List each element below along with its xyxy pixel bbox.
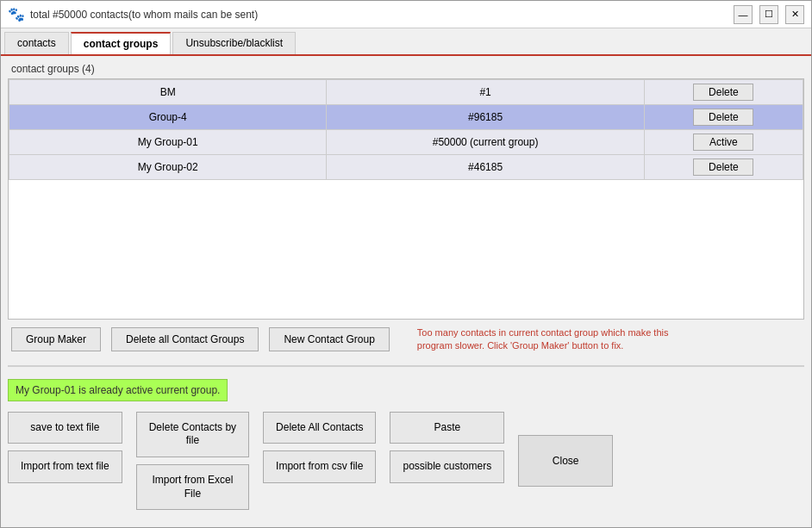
- import-from-csv-button[interactable]: Import from csv file: [263, 450, 376, 483]
- delete-all-button[interactable]: Delete all Contact Groups: [111, 327, 259, 351]
- group-id-cell: #50000 (current group): [327, 130, 644, 155]
- table-row: BM#1Delete: [9, 80, 803, 105]
- bottom-buttons: save to text file Import from text file …: [8, 408, 804, 513]
- bottom-col-2: Delete Contacts byfile Import from Excel…: [136, 412, 249, 510]
- title-bar: 🐾 total #50000 contacts(to whom mails ca…: [1, 1, 811, 28]
- groups-table-container: BM#1DeleteGroup-4#96185DeleteMy Group-01…: [8, 78, 804, 320]
- groups-label: contact groups (4): [11, 63, 804, 75]
- divider: [8, 365, 804, 367]
- minimize-button[interactable]: —: [734, 5, 753, 24]
- delete-button[interactable]: Delete: [693, 84, 753, 101]
- group-name-cell: My Group-02: [9, 155, 327, 180]
- window-title: total #50000 contacts(to whom mails can …: [30, 9, 734, 21]
- delete-contacts-by-file-button[interactable]: Delete Contacts byfile: [136, 412, 249, 457]
- groups-table: BM#1DeleteGroup-4#96185DeleteMy Group-01…: [9, 79, 803, 180]
- tab-unsubscribe[interactable]: Unsubscribe/blacklist: [172, 32, 296, 54]
- bottom-col-4: Paste possible customers: [390, 412, 504, 483]
- paste-button[interactable]: Paste: [390, 412, 504, 444]
- group-name-cell: Group-4: [9, 105, 327, 130]
- bottom-col-1: save to text file Import from text file: [8, 412, 122, 483]
- new-contact-group-button[interactable]: New Contact Group: [269, 327, 389, 351]
- status-wrapper: My Group-01 is already active current gr…: [8, 372, 804, 408]
- close-button[interactable]: Close: [518, 435, 613, 487]
- delete-all-contacts-button[interactable]: Delete All Contacts: [263, 412, 376, 444]
- group-maker-button[interactable]: Group Maker: [11, 327, 101, 351]
- tab-bar: contacts contact groups Unsubscribe/blac…: [1, 28, 811, 56]
- tab-contact-groups[interactable]: contact groups: [71, 32, 172, 54]
- maximize-button[interactable]: ☐: [759, 5, 778, 24]
- table-row: My Group-02#46185Delete: [9, 155, 803, 180]
- table-row: My Group-01#50000 (current group)Active: [9, 130, 803, 155]
- possible-customers-button[interactable]: possible customers: [390, 450, 504, 483]
- group-id-cell: #96185: [327, 105, 644, 130]
- status-message: My Group-01 is already active current gr…: [8, 379, 228, 401]
- import-from-text-button[interactable]: Import from text file: [8, 450, 122, 483]
- window-controls: — ☐ ✕: [734, 5, 804, 24]
- tab-contacts[interactable]: contacts: [4, 32, 69, 54]
- main-content: contact groups (4) BM#1DeleteGroup-4#961…: [1, 56, 811, 527]
- save-to-text-button[interactable]: save to text file: [8, 412, 122, 444]
- import-from-excel-button[interactable]: Import from ExcelFile: [136, 464, 249, 510]
- group-name-cell: BM: [9, 80, 327, 105]
- group-name-cell: My Group-01: [9, 130, 327, 155]
- delete-button[interactable]: Delete: [693, 109, 753, 126]
- main-window: 🐾 total #50000 contacts(to whom mails ca…: [0, 0, 812, 528]
- close-window-button[interactable]: ✕: [785, 5, 804, 24]
- table-row: Group-4#96185Delete: [9, 105, 803, 130]
- group-id-cell: #1: [327, 80, 644, 105]
- warning-text: Too many contacts in current contact gro…: [417, 326, 676, 353]
- actions-row: Group Maker Delete all Contact Groups Ne…: [8, 320, 804, 360]
- group-id-cell: #46185: [327, 155, 644, 180]
- delete-button[interactable]: Delete: [693, 158, 753, 176]
- app-icon: 🐾: [8, 6, 25, 22]
- bottom-col-3: Delete All Contacts Import from csv file: [263, 412, 376, 483]
- active-button[interactable]: Active: [693, 134, 753, 151]
